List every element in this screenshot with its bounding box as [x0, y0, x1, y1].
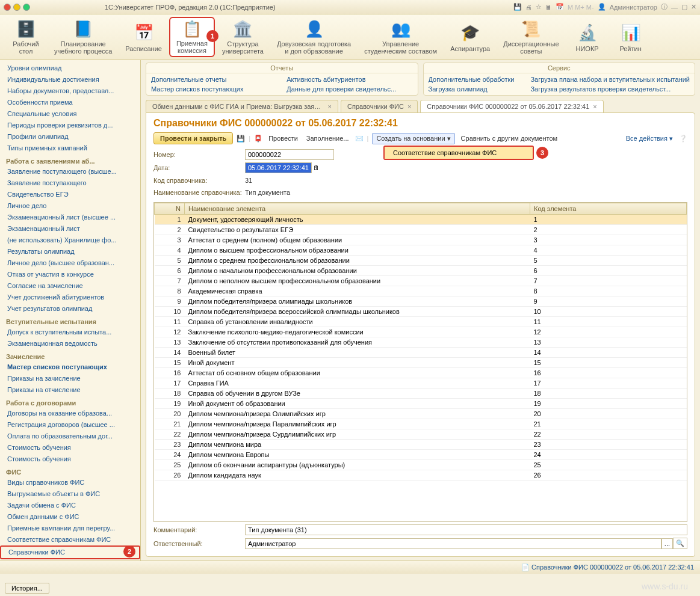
- sidebar-item[interactable]: Личное дело: [0, 200, 140, 212]
- table-row[interactable]: 13Заключение об отсутствии противопоказа…: [155, 337, 687, 348]
- table-row[interactable]: 16Аттестат об основном общем образовании…: [155, 368, 687, 378]
- close-icon[interactable]: ×: [593, 103, 596, 110]
- panel-link[interactable]: Дополнительные отчеты: [151, 75, 277, 84]
- tab[interactable]: Обмен данными с ФИС ГИА и Приема: Выгруз…: [146, 100, 338, 112]
- table-row[interactable]: 26Диплом кандидата наук26: [155, 470, 687, 481]
- table-row[interactable]: 8Академическая справка8: [155, 286, 687, 296]
- comment-field[interactable]: [245, 524, 687, 535]
- min-btn[interactable]: —: [671, 4, 678, 11]
- sidebar-item[interactable]: Специальные условия: [0, 108, 140, 120]
- tab[interactable]: Справочники ФИС 000000022 от 05.06.2017 …: [420, 100, 603, 112]
- toolbar-Довузовская подготовка[interactable]: 👤Довузовская подготовкаи доп образование: [271, 17, 357, 57]
- sidebar-item[interactable]: Результаты олимпиад: [0, 246, 140, 257]
- dropdown-item-sootvetstvie[interactable]: Соответствие справочникам ФИС: [385, 147, 533, 159]
- col-n[interactable]: N: [155, 203, 185, 215]
- sidebar-item[interactable]: Приказы на зачисление: [0, 373, 140, 384]
- toolbar-НИОКР[interactable]: 🔬НИОКР: [566, 17, 609, 57]
- sidebar-item[interactable]: Свидетельство ЕГЭ: [0, 189, 140, 200]
- toolbar-Рабочий[interactable]: 🗄️Рабочийстол: [5, 17, 47, 57]
- sidebar-item[interactable]: Приемные кампании для перегру...: [0, 523, 140, 534]
- close-icon[interactable]: ×: [328, 103, 332, 110]
- toolbar-Приемная[interactable]: 📋Приемнаякомиссия1: [169, 17, 215, 57]
- fill-button[interactable]: Заполнение...: [304, 134, 352, 143]
- table-row[interactable]: 3Аттестат о среднем (полном) общем образ…: [155, 235, 687, 245]
- toolbar-Рейтин[interactable]: 📊Рейтин: [610, 17, 652, 57]
- sidebar-item[interactable]: Экзаменационный лист: [0, 223, 140, 235]
- tab[interactable]: Справочники ФИС×: [341, 100, 418, 112]
- table-row[interactable]: 1Документ, удостоверяющий личность1: [155, 215, 687, 225]
- calendar-icon[interactable]: 📅: [556, 3, 564, 11]
- sidebar-item[interactable]: Оплата по образовательным дог...: [0, 431, 140, 442]
- close-icon[interactable]: [4, 4, 11, 11]
- table-row[interactable]: 18Справка об обучении в другом ВУЗе18: [155, 389, 687, 399]
- panel-link[interactable]: Мастер списков поступающих: [151, 84, 277, 94]
- sidebar-item[interactable]: Согласие на зачисление: [0, 280, 140, 292]
- info-icon[interactable]: ⓘ: [661, 2, 667, 11]
- table-row[interactable]: 22Диплом чемпиона/призера Сурдлимпийских…: [155, 429, 687, 440]
- sidebar-item[interactable]: Заявление поступающего (высше...: [0, 166, 140, 177]
- toolbar-Структура[interactable]: 🏛️Структурауниверситета: [216, 17, 270, 57]
- sidebar-item[interactable]: Личное дело (высшее образован...: [0, 257, 140, 269]
- table-row[interactable]: 25Диплом об окончании аспирантуры (адъюн…: [155, 460, 687, 470]
- sidebar-item[interactable]: Договоры на оказание образова...: [0, 408, 140, 419]
- toolbar-Планирование[interactable]: 📘Планированиеучебного процесса: [48, 17, 118, 57]
- history-button[interactable]: История...: [5, 583, 49, 594]
- table-row[interactable]: 5Диплом о среднем профессиональном образ…: [155, 256, 687, 266]
- sidebar-item[interactable]: Мастер списков поступающих: [0, 361, 140, 373]
- table-row[interactable]: 23Диплом чемпиона мира23: [155, 440, 687, 450]
- toolbar-Управление[interactable]: 👥Управлениестуденческим составом: [358, 17, 443, 57]
- attach-icon[interactable]: 📄 Справочники ФИС 000000022 от 05.06.201…: [521, 564, 694, 571]
- toolbar-Диссертационные[interactable]: 📜Диссертационныесоветы: [497, 17, 565, 57]
- table-row[interactable]: 6Диплом о начальном профессиональном обр…: [155, 266, 687, 276]
- close-icon[interactable]: ×: [407, 103, 411, 110]
- sidebar-item[interactable]: Регистрация договоров (высшее ...: [0, 419, 140, 431]
- all-actions-button[interactable]: Все действия ▾: [626, 135, 673, 143]
- sidebar-item[interactable]: Задачи обмена с ФИС: [0, 500, 140, 511]
- toolbar-Расписание[interactable]: 📅Расписание: [119, 17, 168, 57]
- table-row[interactable]: 12Заключение психолого-медико-педагогиче…: [155, 327, 687, 337]
- save-icon[interactable]: 💾: [237, 135, 245, 143]
- sidebar-item[interactable]: Соответствие справочникам ФИС: [0, 534, 140, 545]
- table-row[interactable]: 4Диплом о высшем профессиональном образо…: [155, 245, 687, 256]
- sidebar-item[interactable]: Индивидуальные достижения: [0, 74, 140, 85]
- panel-link[interactable]: Загрузка олимпиад: [429, 84, 521, 94]
- close-btn[interactable]: ✕: [691, 3, 696, 11]
- calc-icon[interactable]: 🖩: [545, 4, 552, 11]
- post-icon[interactable]: 📮: [254, 135, 262, 143]
- mail-icon[interactable]: ✉️: [355, 135, 364, 143]
- table-row[interactable]: 20Диплом чемпиона/призера Олимпийских иг…: [155, 409, 687, 419]
- sidebar-item[interactable]: Заявление поступающего: [0, 177, 140, 189]
- elements-table[interactable]: N Наименование элемента Код элемента 1До…: [153, 202, 687, 522]
- table-row[interactable]: 17Справка ГИА17: [155, 378, 687, 389]
- number-field[interactable]: [245, 149, 334, 160]
- create-based-on-button[interactable]: Создать на основании ▾: [372, 133, 454, 144]
- col-name[interactable]: Наименование элемента: [185, 203, 530, 215]
- sidebar-item[interactable]: Уровни олимпиад: [0, 63, 140, 74]
- sidebar-item[interactable]: Профили олимпиад: [0, 131, 140, 143]
- save-icon[interactable]: 💾: [513, 3, 522, 11]
- table-row[interactable]: 7Диплом о неполном высшем профессиональн…: [155, 276, 687, 286]
- sidebar-item[interactable]: Учет достижений абитуриентов: [0, 292, 140, 303]
- calendar-icon[interactable]: 🗓: [313, 164, 320, 171]
- table-row[interactable]: 9Диплом победителя/призера олимпиады шко…: [155, 296, 687, 307]
- post-and-close-button[interactable]: Провести и закрыть: [153, 132, 233, 144]
- sidebar-item[interactable]: Экзаменационная ведомость: [0, 338, 140, 349]
- col-code[interactable]: Код элемента: [530, 203, 687, 215]
- open-icon[interactable]: 🔍: [673, 538, 687, 549]
- sidebar-item[interactable]: Приказы на отчисление: [0, 384, 140, 396]
- sidebar-item[interactable]: Отказ от участия в конкурсе: [0, 269, 140, 280]
- responsible-field[interactable]: [245, 538, 661, 549]
- select-icon[interactable]: ...: [661, 538, 673, 549]
- panel-link[interactable]: Загрузка плана набора и вступительных ис…: [530, 75, 690, 84]
- maximize-icon[interactable]: [23, 4, 30, 11]
- max-btn[interactable]: ▢: [681, 3, 687, 11]
- panel-link[interactable]: Дополнительные обработки: [429, 75, 521, 84]
- table-row[interactable]: 19Иной документ об образовании19: [155, 399, 687, 409]
- sidebar-item[interactable]: Особенности приема: [0, 97, 140, 108]
- sidebar-item[interactable]: Выгружаемые объекты в ФИС: [0, 488, 140, 500]
- panel-link[interactable]: Активность абитуриентов: [287, 75, 412, 84]
- table-row[interactable]: 15Иной документ15: [155, 358, 687, 368]
- sidebar-item[interactable]: Периоды проверки реквизитов д...: [0, 120, 140, 131]
- table-row[interactable]: 11Справка об установлении инвалидности11: [155, 317, 687, 327]
- table-row[interactable]: 24Диплом чемпиона Европы24: [155, 450, 687, 460]
